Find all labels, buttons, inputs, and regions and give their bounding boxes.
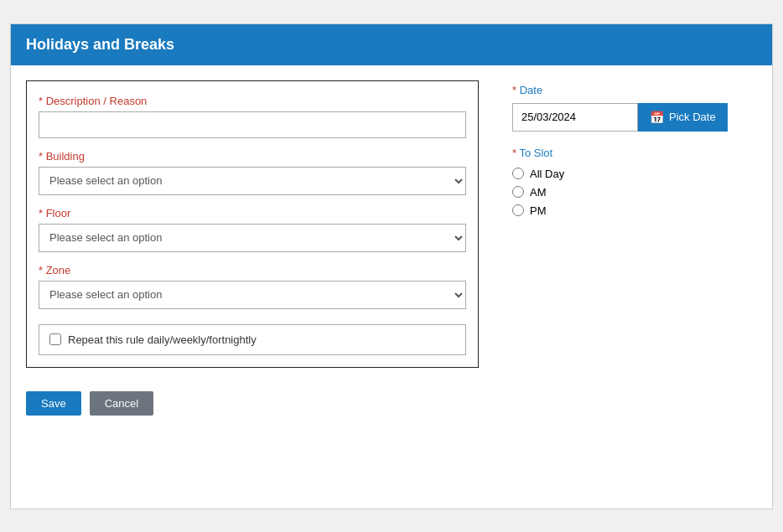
to-slot-label-text: To Slot [519, 147, 552, 159]
repeat-label[interactable]: Repeat this rule daily/weekly/fortnightl… [68, 333, 257, 346]
date-required-star: * [512, 84, 516, 96]
floor-label: * Floor [39, 207, 466, 220]
floor-select[interactable]: Please select an option [39, 224, 466, 252]
calendar-icon: 📅 [650, 111, 664, 124]
date-label-text: Date [520, 84, 542, 96]
radio-pm[interactable] [512, 204, 524, 216]
to-slot-radio-group: All Day AM PM [512, 168, 757, 217]
date-label: * Date [512, 84, 757, 96]
page-title: Holidays and Breaks [26, 36, 174, 53]
radio-item-am: AM [512, 186, 757, 199]
page-header: Holidays and Breaks [11, 24, 772, 65]
building-label: * Building [39, 150, 466, 163]
repeat-checkbox[interactable] [49, 333, 61, 345]
radio-item-all-day: All Day [512, 168, 757, 180]
to-slot-label: * To Slot [512, 147, 757, 159]
zone-label: * Zone [39, 264, 466, 276]
zone-select[interactable]: Please select an option [39, 281, 466, 309]
date-row: 📅 Pick Date [512, 103, 757, 132]
radio-am[interactable] [512, 186, 524, 198]
repeat-rule-container: Repeat this rule daily/weekly/fortnightl… [39, 324, 466, 355]
left-panel: * Description / Reason * Building Please… [26, 80, 479, 368]
pick-date-label: Pick Date [669, 111, 716, 123]
date-input[interactable] [512, 103, 638, 132]
description-label: * Description / Reason [39, 95, 466, 107]
radio-pm-label[interactable]: PM [530, 204, 547, 217]
right-panel: * Date 📅 Pick Date * To Slot All Day [504, 80, 757, 217]
building-select[interactable]: Please select an option [39, 167, 466, 195]
radio-item-pm: PM [512, 204, 757, 217]
radio-all-day-label[interactable]: All Day [530, 168, 564, 180]
radio-am-label[interactable]: AM [530, 186, 547, 199]
radio-all-day[interactable] [512, 168, 524, 179]
save-button[interactable]: Save [26, 391, 81, 416]
body-container: * Description / Reason * Building Please… [11, 65, 772, 381]
to-slot-required-star: * [512, 147, 516, 159]
pick-date-button[interactable]: 📅 Pick Date [638, 103, 728, 132]
cancel-button[interactable]: Cancel [90, 391, 153, 416]
button-row: Save Cancel [11, 381, 772, 426]
main-window: Holidays and Breaks * Description / Reas… [10, 23, 773, 509]
description-input[interactable] [39, 111, 466, 138]
